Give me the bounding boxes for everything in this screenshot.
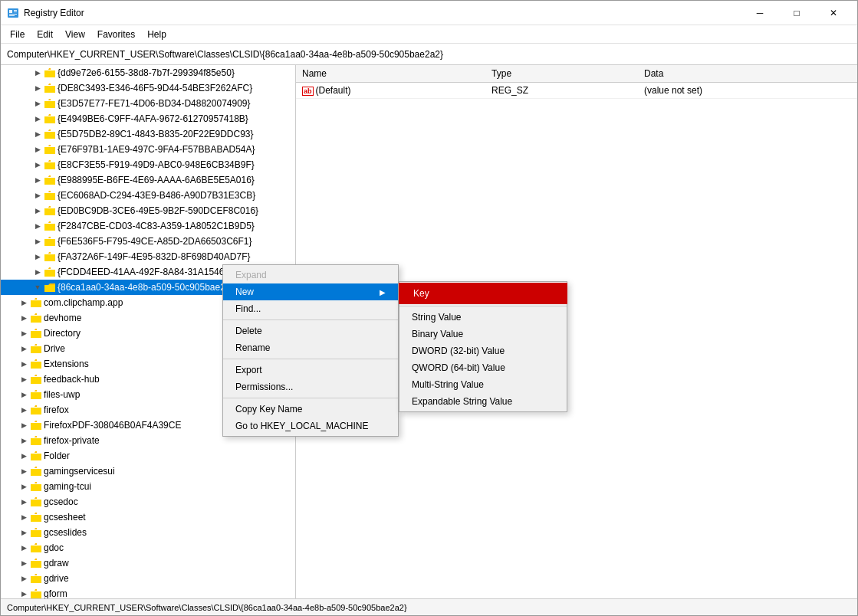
maximize-button[interactable]: □ <box>779 2 814 25</box>
tree-item[interactable]: ▶gcsesheet <box>1 510 295 525</box>
context-menu: ExpandNew▶Find...DeleteRenameExportPermi… <box>222 264 399 437</box>
expand-icon[interactable]: ▶ <box>18 557 30 569</box>
tree-item[interactable]: ▶{dd9e72e6-6155-38d8-7b7f-299394f85e50} <box>1 65 295 80</box>
expand-icon[interactable]: ▶ <box>31 251 44 263</box>
expand-icon[interactable]: ▶ <box>18 434 30 447</box>
menu-item-help[interactable]: Help <box>141 28 173 41</box>
tree-item[interactable]: ▶gaming-tcui <box>1 479 295 494</box>
expand-icon[interactable]: ▶ <box>31 266 44 278</box>
expand-icon[interactable]: ▶ <box>31 205 44 217</box>
submenu-item-sm_key[interactable]: Key <box>399 283 567 303</box>
address-bar: Computer\HKEY_CURRENT_USER\Software\Clas… <box>1 44 857 65</box>
submenu-arrow-icon: ▶ <box>380 288 386 297</box>
tree-item[interactable]: ▶gform <box>1 586 295 598</box>
expand-icon[interactable]: ▶ <box>18 373 30 385</box>
expand-icon[interactable]: ▶ <box>18 312 30 324</box>
expand-icon[interactable]: ▶ <box>31 189 44 202</box>
folder-icon <box>30 373 42 385</box>
expand-icon[interactable]: ▶ <box>18 327 30 339</box>
tree-item[interactable]: ▶{E988995E-B6FE-4E69-AAAA-6A6BE5E5A016} <box>1 172 295 188</box>
context-menu-item-label: Find... <box>235 303 261 314</box>
tree-item[interactable]: ▶{F2847CBE-CD03-4C83-A359-1A8052C1B9D5} <box>1 218 295 234</box>
registry-icon <box>7 7 19 19</box>
submenu-item-sm_dword[interactable]: DWORD (32-bit) Value <box>399 342 567 359</box>
expand-icon[interactable]: ▶ <box>18 465 30 477</box>
expand-icon[interactable]: ▶ <box>18 419 30 431</box>
folder-icon <box>30 388 42 401</box>
tree-item[interactable]: ▶{E76F97B1-1AE9-497C-9FA4-F57BBABAD54A} <box>1 142 295 157</box>
expand-icon[interactable]: ▶ <box>18 342 30 355</box>
submenu-item-sm_qword[interactable]: QWORD (64-bit) Value <box>399 359 567 376</box>
tree-item[interactable]: ▶gdraw <box>1 555 295 571</box>
expand-icon[interactable]: ▶ <box>18 572 30 585</box>
expand-icon[interactable]: ▶ <box>31 220 44 232</box>
expand-icon[interactable]: ▶ <box>31 159 44 171</box>
title-bar-controls: ─ □ ✕ <box>742 2 851 25</box>
expand-icon[interactable]: ▶ <box>18 297 30 309</box>
folder-icon <box>30 526 42 539</box>
submenu-item-sm_multi[interactable]: Multi-String Value <box>399 376 567 393</box>
context-menu-item-cm_delete[interactable]: Delete <box>223 323 398 339</box>
expand-icon[interactable]: ▶ <box>18 511 30 523</box>
expand-icon[interactable]: ▶ <box>18 588 30 598</box>
expand-icon[interactable]: ▶ <box>31 67 44 79</box>
expand-icon[interactable]: ▶ <box>18 388 30 401</box>
expand-icon[interactable]: ▶ <box>31 174 44 186</box>
submenu-separator <box>399 306 567 306</box>
tree-item[interactable]: ▶{EC6068AD-C294-43E9-B486-A90D7B31E3CB} <box>1 188 295 203</box>
context-menu-item-cm_find[interactable]: Find... <box>223 300 398 317</box>
menu-item-file[interactable]: File <box>4 28 31 41</box>
tree-item[interactable]: ▶{F6E536F5-F795-49CE-A85D-2DA66503C6F1} <box>1 234 295 249</box>
col-name: Name <box>296 65 485 83</box>
expand-icon[interactable]: ▶ <box>18 450 30 462</box>
expand-icon[interactable]: ▶ <box>31 128 44 140</box>
tree-item[interactable]: ▶gdrive <box>1 571 295 586</box>
tree-item[interactable]: ▶{E4949BE6-C9FF-4AFA-9672-61270957418B} <box>1 111 295 126</box>
menu-bar: FileEditViewFavoritesHelp <box>1 25 857 44</box>
expand-icon[interactable]: ▶ <box>31 113 44 125</box>
minimize-button[interactable]: ─ <box>742 2 777 25</box>
tree-item-label: gcseslides <box>44 527 87 538</box>
tree-item[interactable]: ▶{ED0BC9DB-3CE6-49E5-9B2F-590DCEF8C016} <box>1 203 295 218</box>
expand-icon[interactable]: ▶ <box>31 97 44 110</box>
expand-icon[interactable]: ▶ <box>18 496 30 508</box>
expand-icon[interactable]: ▶ <box>18 480 30 493</box>
submenu-item-sm_string[interactable]: String Value <box>399 309 567 326</box>
expand-icon[interactable]: ▶ <box>18 404 30 416</box>
tree-item[interactable]: ▶{FA372A6F-149F-4E95-832D-8F698D40AD7F} <box>1 249 295 264</box>
tree-item[interactable]: ▶{DE8C3493-E346-46F5-9D44-54BE3F262AFC} <box>1 80 295 96</box>
folder-icon <box>44 251 56 263</box>
table-row[interactable]: ab(Default)REG_SZ(value not set) <box>296 83 857 99</box>
expand-icon[interactable]: ▶ <box>31 235 44 247</box>
context-menu-item-cm_new[interactable]: New▶ <box>223 283 398 300</box>
expand-icon[interactable]: ▼ <box>31 281 44 293</box>
menu-item-favorites[interactable]: Favorites <box>91 28 141 41</box>
context-menu-item-cm_goto[interactable]: Go to HKEY_LOCAL_MACHINE <box>223 418 398 434</box>
context-menu-item-cm_rename[interactable]: Rename <box>223 339 398 356</box>
tree-item-label: Extensions <box>44 359 89 369</box>
submenu-item-sm_binary[interactable]: Binary Value <box>399 326 567 342</box>
tree-item[interactable]: ▶{E5D75DB2-89C1-4843-B835-20F22E9DDC93} <box>1 126 295 142</box>
context-menu-item-cm_export[interactable]: Export <box>223 362 398 378</box>
tree-item[interactable]: ▶{E3D57E77-FE71-4D06-BD34-D48820074909} <box>1 96 295 111</box>
submenu-item-sm_expand[interactable]: Expandable String Value <box>399 393 567 410</box>
tree-item[interactable]: ▶gcseslides <box>1 525 295 540</box>
expand-icon[interactable]: ▶ <box>31 143 44 156</box>
context-menu-item-cm_permissions[interactable]: Permissions... <box>223 378 398 395</box>
folder-icon <box>30 450 42 462</box>
expand-icon[interactable]: ▶ <box>18 542 30 554</box>
tree-item[interactable]: ▶gdoc <box>1 540 295 555</box>
expand-icon[interactable]: ▶ <box>31 82 44 94</box>
tree-item-label: {F2847CBE-CD03-4C83-A359-1A8052C1B9D5} <box>58 221 255 231</box>
expand-icon[interactable]: ▶ <box>18 358 30 370</box>
tree-item[interactable]: ▶{E8CF3E55-F919-49D9-ABC0-948E6CB34B9F} <box>1 157 295 172</box>
menu-item-view[interactable]: View <box>59 28 91 41</box>
expand-icon[interactable]: ▶ <box>18 526 30 539</box>
tree-item[interactable]: ▶gcsedoc <box>1 494 295 510</box>
tree-item[interactable]: ▶Folder <box>1 448 295 464</box>
tree-item[interactable]: ▶gamingservicesui <box>1 464 295 479</box>
close-button[interactable]: ✕ <box>816 2 851 25</box>
menu-item-edit[interactable]: Edit <box>31 28 59 41</box>
context-menu-item-cm_copykey[interactable]: Copy Key Name <box>223 401 398 418</box>
tree-item-label: {F6E536F5-F795-49CE-A85D-2DA66503C6F1} <box>58 236 251 247</box>
